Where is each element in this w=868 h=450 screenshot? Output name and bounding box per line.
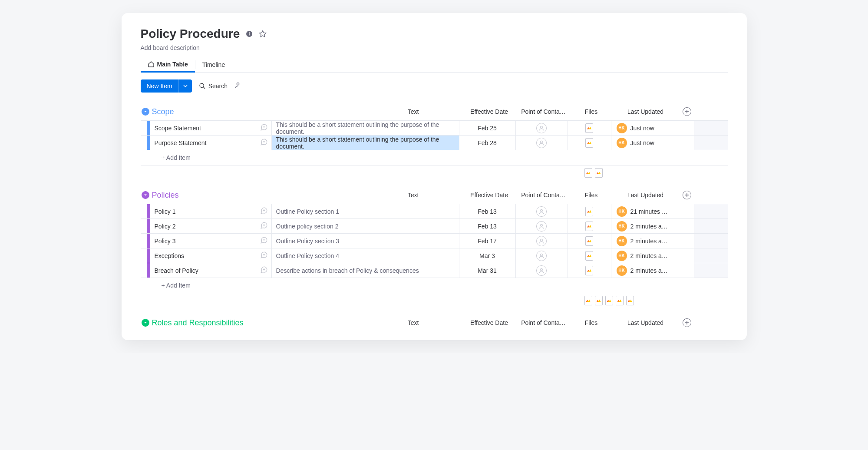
avatar[interactable]: HK <box>617 206 627 217</box>
table-row[interactable]: Policy 2Outline policy section 2Feb 13HK… <box>141 219 728 234</box>
add-column-button[interactable] <box>683 318 691 327</box>
date-cell[interactable]: Feb 13 <box>459 219 516 233</box>
column-header-date[interactable]: Effective Date <box>461 192 518 199</box>
avatar[interactable]: HK <box>617 265 627 276</box>
info-icon[interactable] <box>246 30 253 37</box>
table-row[interactable]: Scope StatementThis should be a short st… <box>141 121 728 136</box>
open-conversation-icon[interactable] <box>260 123 268 132</box>
date-cell[interactable]: Feb 13 <box>459 204 516 218</box>
text-cell[interactable]: This should be a short statement outlini… <box>272 121 459 135</box>
avatar[interactable]: HK <box>617 251 627 261</box>
poc-cell[interactable] <box>516 234 568 248</box>
open-conversation-icon[interactable] <box>260 266 268 275</box>
files-cell[interactable] <box>568 121 611 135</box>
column-header-text[interactable]: Text <box>366 319 461 326</box>
table-row[interactable]: Purpose StatementThis should be a short … <box>141 136 728 150</box>
tab-timeline[interactable]: Timeline <box>195 58 232 72</box>
table-row[interactable]: Policy 1Outline Policy section 1Feb 13HK… <box>141 204 728 219</box>
avatar[interactable]: HK <box>617 138 627 148</box>
item-name-cell[interactable]: Policy 3 <box>150 234 272 248</box>
add-item-label[interactable]: + Add Item <box>150 282 191 289</box>
add-column-button[interactable] <box>683 191 691 199</box>
item-name-cell[interactable]: Policy 2 <box>150 219 272 233</box>
date-cell[interactable]: Feb 17 <box>459 234 516 248</box>
table-row[interactable]: Policy 3Outline Policy section 3Feb 17HK… <box>141 234 728 248</box>
item-name-cell[interactable]: Policy 1 <box>150 204 272 218</box>
avatar[interactable]: HK <box>617 123 627 133</box>
add-item-row[interactable]: + Add Item <box>141 278 728 293</box>
open-conversation-icon[interactable] <box>260 222 268 231</box>
person-filter-icon[interactable] <box>234 82 241 90</box>
files-cell[interactable] <box>568 219 611 233</box>
poc-cell[interactable] <box>516 204 568 218</box>
file-icon[interactable] <box>585 266 593 275</box>
file-icon[interactable] <box>595 168 603 178</box>
column-header-poc[interactable]: Point of Conta… <box>518 192 570 199</box>
item-name-cell[interactable]: Exceptions <box>150 248 272 263</box>
poc-cell[interactable] <box>516 136 568 150</box>
new-item-button[interactable]: New Item <box>141 79 178 93</box>
group-name[interactable]: Scope <box>150 107 366 116</box>
group-files-summary[interactable] <box>141 168 728 178</box>
files-cell[interactable] <box>568 136 611 150</box>
file-icon[interactable] <box>585 207 593 216</box>
item-name-cell[interactable]: Scope Statement <box>150 121 272 135</box>
files-cell[interactable] <box>568 248 611 263</box>
file-icon[interactable] <box>585 123 593 133</box>
poc-cell[interactable] <box>516 248 568 263</box>
new-item-dropdown[interactable] <box>178 79 192 93</box>
table-row[interactable]: ExceptionsOutline Policy section 4Mar 3H… <box>141 248 728 263</box>
files-cell[interactable] <box>568 263 611 278</box>
group-files-summary[interactable] <box>141 296 728 305</box>
text-cell[interactable]: This should be a short statement outlini… <box>272 136 459 150</box>
open-conversation-icon[interactable] <box>260 138 268 147</box>
item-name-cell[interactable]: Purpose Statement <box>150 136 272 150</box>
column-header-files[interactable]: Files <box>570 192 613 199</box>
text-cell[interactable]: Describe actions in breach of Policy & c… <box>272 263 459 278</box>
avatar[interactable]: HK <box>617 221 627 232</box>
date-cell[interactable]: Mar 31 <box>459 263 516 278</box>
column-header-date[interactable]: Effective Date <box>461 319 518 326</box>
board-description[interactable]: Add board description <box>141 44 728 51</box>
add-column-button[interactable] <box>683 107 691 116</box>
poc-cell[interactable] <box>516 121 568 135</box>
group-name[interactable]: Roles and Responsibilities <box>150 318 366 328</box>
poc-cell[interactable] <box>516 219 568 233</box>
text-cell[interactable]: Outline Policy section 1 <box>272 204 459 218</box>
tab-main-table[interactable]: Main Table <box>141 57 195 73</box>
column-header-files[interactable]: Files <box>570 108 613 115</box>
date-cell[interactable]: Mar 3 <box>459 248 516 263</box>
item-name-cell[interactable]: Breach of Policy <box>150 263 272 278</box>
file-icon[interactable] <box>584 296 592 305</box>
file-icon[interactable] <box>626 296 634 305</box>
column-header-updated[interactable]: Last Updated <box>613 319 678 326</box>
star-icon[interactable] <box>259 30 267 38</box>
open-conversation-icon[interactable] <box>260 236 268 245</box>
board-title[interactable]: Policy Procedure <box>141 27 240 41</box>
date-cell[interactable]: Feb 25 <box>459 121 516 135</box>
column-header-files[interactable]: Files <box>570 319 613 326</box>
file-icon[interactable] <box>584 168 592 178</box>
file-icon[interactable] <box>595 296 603 305</box>
column-header-date[interactable]: Effective Date <box>461 108 518 115</box>
search-button[interactable]: Search <box>199 83 228 89</box>
group-collapse-toggle[interactable] <box>141 319 150 327</box>
poc-cell[interactable] <box>516 263 568 278</box>
date-cell[interactable]: Feb 28 <box>459 136 516 150</box>
group-collapse-toggle[interactable] <box>141 108 150 116</box>
column-header-poc[interactable]: Point of Conta… <box>518 108 570 115</box>
column-header-text[interactable]: Text <box>366 192 461 199</box>
column-header-poc[interactable]: Point of Conta… <box>518 319 570 326</box>
file-icon[interactable] <box>585 138 593 148</box>
file-icon[interactable] <box>585 251 593 261</box>
file-icon[interactable] <box>585 236 593 246</box>
add-item-label[interactable]: + Add Item <box>150 154 191 161</box>
column-header-text[interactable]: Text <box>366 108 461 115</box>
open-conversation-icon[interactable] <box>260 207 268 216</box>
text-cell[interactable]: Outline Policy section 4 <box>272 248 459 263</box>
text-cell[interactable]: Outline Policy section 3 <box>272 234 459 248</box>
column-header-updated[interactable]: Last Updated <box>613 192 678 199</box>
file-icon[interactable] <box>616 296 624 305</box>
table-row[interactable]: Breach of PolicyDescribe actions in brea… <box>141 263 728 278</box>
file-icon[interactable] <box>585 222 593 231</box>
